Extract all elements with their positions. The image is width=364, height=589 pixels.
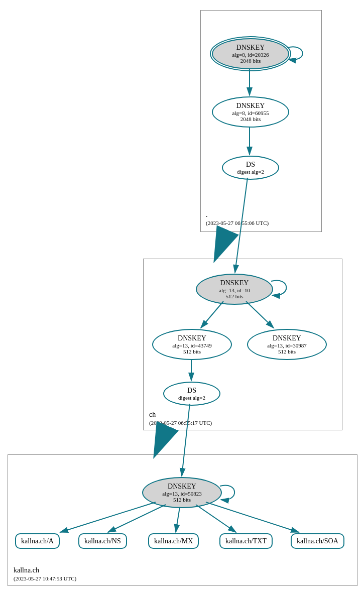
dnskey-line1: alg=8, id=60955 [232, 110, 269, 116]
zone-ts-root: (2023-05-27 06:55:06 UTC) [206, 220, 269, 226]
node-rr-a: kallna.ch/A [15, 533, 60, 549]
node-leaf-ksk: DNSKEY alg=13, id=50823 512 bits [142, 477, 222, 508]
zone-label-root: . [206, 211, 208, 219]
dnskey-line1: alg=13, id=50823 [162, 491, 201, 497]
ds-line1: digest alg=2 [237, 169, 264, 175]
node-rr-soa: kallna.ch/SOA [291, 533, 344, 549]
dnskey-line2: 512 bits [183, 348, 201, 355]
node-root-ksk: DNSKEY alg=8, id=20326 2048 bits [212, 38, 289, 69]
ds-title: DS [246, 161, 255, 168]
zone-label-ch: ch [149, 411, 156, 419]
dnskey-title: DNSKEY [220, 279, 249, 287]
dnskey-line1: alg=13, id=10 [219, 287, 250, 293]
node-ch-ksk: DNSKEY alg=13, id=10 512 bits [196, 274, 273, 305]
dnskey-title: DNSKEY [273, 334, 301, 342]
zone-ts-leaf: (2023-05-27 10:47:53 UTC) [14, 575, 76, 581]
zone-label-leaf: kallna.ch [14, 566, 39, 574]
node-root-zsk: DNSKEY alg=8, id=60955 2048 bits [212, 96, 289, 128]
dnskey-line2: 512 bits [278, 348, 296, 355]
node-rr-mx: kallna.ch/MX [148, 533, 199, 549]
node-ch-ds: DS digest alg=2 [163, 382, 220, 406]
node-rr-ns: kallna.ch/NS [78, 533, 127, 549]
dnskey-line2: 2048 bits [240, 58, 261, 64]
node-ch-zsk: DNSKEY alg=13, id=43749 512 bits [152, 329, 232, 360]
dnskey-title: DNSKEY [168, 483, 196, 490]
dnskey-title: DNSKEY [178, 334, 206, 342]
dnskey-line1: alg=13, id=30987 [267, 342, 306, 348]
dnskey-line2: 512 bits [173, 497, 191, 503]
ds-line1: digest alg=2 [178, 395, 205, 401]
dnskey-title: DNSKEY [236, 102, 265, 109]
zone-box-leaf [8, 454, 357, 586]
ds-title: DS [187, 387, 196, 394]
dnskey-line1: alg=8, id=20326 [232, 52, 269, 58]
dnskey-title: DNSKEY [236, 44, 265, 51]
zone-ts-ch: (2023-05-27 06:55:17 UTC) [149, 420, 212, 426]
dnskey-line1: alg=13, id=43749 [172, 342, 211, 348]
node-root-ds: DS digest alg=2 [222, 156, 279, 180]
node-ch-zsk2: DNSKEY alg=13, id=30987 512 bits [247, 329, 327, 360]
dnskey-line2: 512 bits [225, 293, 243, 299]
node-rr-txt: kallna.ch/TXT [219, 533, 273, 549]
dnskey-line2: 2048 bits [240, 116, 261, 122]
